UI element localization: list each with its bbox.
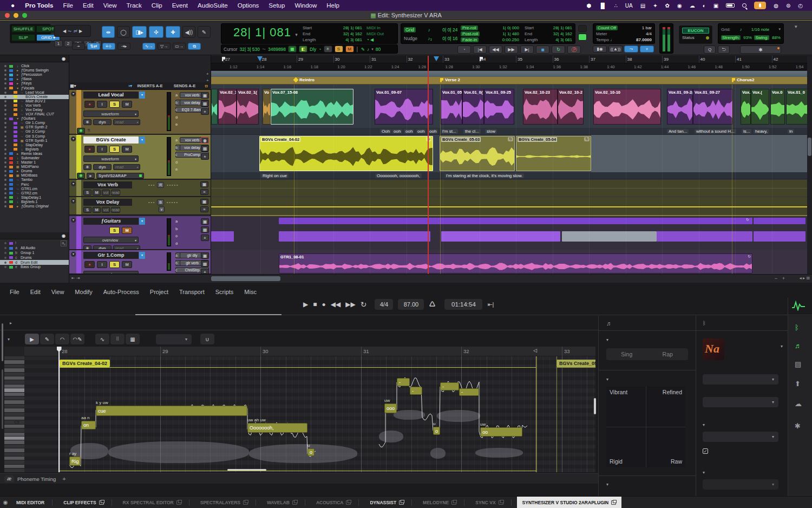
song-marker[interactable]: Chorus2 xyxy=(732,77,754,82)
audio-clip[interactable]: Vox.02_10-2 xyxy=(558,89,584,125)
track-list-item[interactable]: ⏦GTR1.cm xyxy=(0,187,69,191)
synthv-menu-edit[interactable]: Edit xyxy=(25,289,46,295)
record-icon[interactable]: ◍ xyxy=(770,3,782,9)
piano-clip-tag[interactable]: BGVs Create_04-02 xyxy=(60,360,110,367)
track-list-item[interactable]: ▸Drums xyxy=(0,169,69,173)
transport-rewind-button[interactable]: ◀◀ xyxy=(489,45,502,54)
track-window-button[interactable]: ▣ xyxy=(201,218,209,225)
track-list-item[interactable]: ⏦Gtr 2.Comp xyxy=(0,129,69,134)
track-add-button[interactable]: + xyxy=(201,269,209,274)
menu-item-event[interactable]: Event xyxy=(167,2,193,9)
piano-note[interactable]: - xyxy=(397,378,410,386)
conductor-button[interactable]: ♆ xyxy=(640,45,654,53)
tab-dynassist[interactable]: DYNASSIST xyxy=(364,497,417,508)
track-header-vox-delay[interactable]: ▾Vox DelaySMvolread• • • B • • • • • v▣≡ xyxy=(69,197,211,215)
menu-item-setup[interactable]: Setup xyxy=(264,2,290,9)
audio-clip[interactable]: Vox.02_10-10 xyxy=(593,89,661,125)
tab-melodyne[interactable]: MELODYNE xyxy=(417,497,470,508)
track-list-item[interactable]: ▦MIDIPiano xyxy=(0,165,69,169)
track-list-item[interactable]: ⏦Lead Vocal xyxy=(0,90,69,95)
track-s-button[interactable]: S xyxy=(109,261,120,268)
menu-item-help[interactable]: Help xyxy=(322,2,344,9)
synthv-rewind-button[interactable]: ◀◀ xyxy=(331,301,340,308)
track-list-item[interactable]: ▾ƒGuitars xyxy=(0,116,69,121)
piano-note[interactable]: - xyxy=(440,382,459,390)
track-list-item[interactable]: ▦GTR Synth 1 xyxy=(0,139,69,143)
vox-verb-lane[interactable] xyxy=(211,180,812,197)
synthv-tempo-chip[interactable]: 87.00 xyxy=(398,299,424,310)
sync-badge-icon[interactable]: ✿ xyxy=(662,3,673,9)
synthv-export-panel-icon[interactable]: ⬆ xyxy=(795,380,801,388)
track-m-button[interactable]: M xyxy=(122,261,132,268)
synthv-mic-panel-icon[interactable]: ᛒ xyxy=(795,323,799,331)
version-select[interactable]: ▾ xyxy=(703,374,778,385)
lead-lyric-chip[interactable]: ooh xyxy=(392,129,402,134)
output-toggle-a[interactable] xyxy=(578,25,587,32)
window-titlebar[interactable]: ▦ Edit: Synthesizer V ARA xyxy=(0,11,812,20)
track-record-button[interactable]: ● xyxy=(84,261,95,268)
collapse-arrow-icon[interactable]: ▾ xyxy=(71,136,76,141)
scrubber-tool[interactable]: ◀)) xyxy=(182,26,195,38)
piano-note[interactable]: Rig xyxy=(69,457,81,466)
zoom-in-button[interactable]: + xyxy=(782,276,785,281)
track-header--guitars[interactable]: ▾ƒGuitars▾SMoverview▾✳dynread ▾❄••••abcd… xyxy=(69,216,211,250)
audio-clip[interactable]: Vox.01_09-25 xyxy=(484,89,514,125)
link-track-sel-button[interactable]: ≡⊹ xyxy=(102,43,115,50)
groups-keyboard-icon[interactable]: az xyxy=(61,240,67,246)
piano-key[interactable] xyxy=(4,388,24,392)
piano-clip-tag[interactable]: BGVs Create_05- xyxy=(556,360,595,367)
track-list-button[interactable]: ≡ xyxy=(200,206,208,212)
globe-icon[interactable]: ◐ xyxy=(699,3,710,9)
synthv-menu-scripts[interactable]: Scripts xyxy=(210,289,239,295)
synthv-forward-button[interactable]: ▶▶ xyxy=(345,301,355,308)
track-list-item[interactable]: ↓SlapDelay xyxy=(0,143,69,147)
track-list-item[interactable]: ▸ƒPercussion xyxy=(0,73,69,77)
automation-safe-button[interactable]: ✳ xyxy=(83,119,91,125)
grid-clip-icon[interactable]: ▦ xyxy=(288,45,297,53)
curve-tool[interactable]: ◠ xyxy=(55,334,69,344)
lead-lyric-chip[interactable]: in xyxy=(788,129,794,134)
send-slot[interactable]: d xyxy=(175,159,207,165)
track-record-button[interactable]: ● xyxy=(84,101,95,108)
synthv-menu-auto-process[interactable]: Auto-Process xyxy=(98,289,145,295)
track-comments-button[interactable]: ▤ xyxy=(201,100,209,107)
collapse-arrow-icon[interactable]: ▾ xyxy=(71,181,76,186)
audio-clip[interactable]: Vox.01_09-07 xyxy=(375,89,433,125)
automation-button[interactable]: ▭→ xyxy=(173,43,186,50)
guitar-overview-block[interactable] xyxy=(211,231,234,242)
elastic-icon[interactable]: ✳ xyxy=(324,45,332,53)
menu-item-edit[interactable]: Edit xyxy=(78,2,99,9)
track-add-button[interactable]: + xyxy=(201,108,209,115)
track-header-lead-vocal[interactable]: ▾Lead Vocal▾●ISMwaveform▾✳dynread ▾❄⚗•Pr… xyxy=(69,90,211,134)
track-list-item[interactable]: ↓Submaster xyxy=(0,156,69,160)
tab-clip-effects[interactable]: CLIP EFFECTS xyxy=(58,497,117,508)
track-s-button[interactable]: S xyxy=(109,227,120,234)
insert-chip[interactable]: B xyxy=(157,199,164,205)
track-window-button[interactable]: ◉ xyxy=(201,137,209,144)
synthv-loop-button[interactable]: ↻ xyxy=(361,300,367,309)
ai-retakes-chevron-icon[interactable]: ▾ xyxy=(606,482,608,487)
tab-spectralayers[interactable]: SPECTRALAYERS xyxy=(195,497,261,508)
track-view-selector[interactable]: overview▾ xyxy=(83,237,139,243)
group-list-item[interactable]: aAll Audio xyxy=(0,246,69,251)
group-list-item[interactable]: bGroup 1 xyxy=(0,251,69,256)
synthv-menu-transport[interactable]: Transport xyxy=(174,289,210,295)
piano-key[interactable] xyxy=(4,376,24,380)
track-list-item[interactable]: ↓BigVerb xyxy=(0,147,69,152)
tabbar-overflow-icon[interactable]: ◉ xyxy=(0,499,11,505)
synthv-menu-view[interactable]: View xyxy=(46,289,70,295)
group-list-item[interactable]: eBass Group xyxy=(0,265,69,270)
piano-key[interactable] xyxy=(4,408,24,412)
dyn-button[interactable]: dyn xyxy=(93,245,112,250)
zoom-preset-2[interactable]: 2 xyxy=(64,40,73,47)
piano-key[interactable] xyxy=(4,465,24,468)
track-s-button[interactable]: S xyxy=(83,207,91,213)
menu-item-pro-tools[interactable]: Pro Tools xyxy=(20,2,58,9)
clip-loop-icon[interactable]: ↻ xyxy=(426,137,431,141)
track-list-button[interactable]: ≡ xyxy=(200,189,208,195)
edit-hscroll-thumb[interactable] xyxy=(211,276,280,281)
plugin-icon[interactable]: ▸ xyxy=(87,173,95,179)
audio-clip[interactable]: Vox.01_09-2( xyxy=(667,89,693,125)
track-name-plate[interactable]: Lead Vocal xyxy=(83,92,139,99)
snap-magnet-tool[interactable]: ∪ xyxy=(200,334,214,344)
